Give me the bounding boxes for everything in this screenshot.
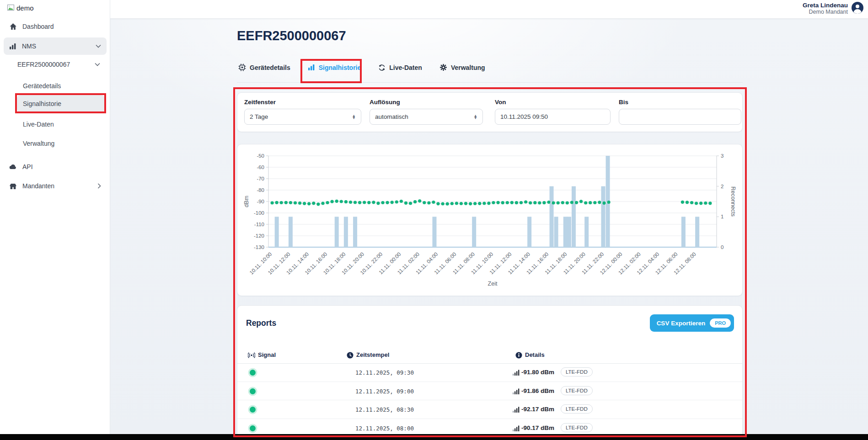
row-timestamp: 12.11.2025, 08:30 [355,406,414,413]
sidebar-item-verwaltung[interactable]: Verwaltung [17,135,105,152]
row-signal-strength: -91.80 dBm [521,369,554,376]
sidebar-item-label: Signalhistorie [23,100,61,107]
svg-text:3: 3 [721,153,723,159]
network-type-badge: LTE-FDD [561,423,593,432]
row-signal-strength: -90.17 dBm [521,424,554,431]
row-timestamp: 12.11.2025, 09:00 [355,388,414,395]
svg-text:-50: -50 [257,153,264,159]
row-timestamp: 12.11.2025, 09:30 [355,369,414,376]
tab-signalhistorie[interactable]: Signalhistorie [307,61,362,74]
column-header-zeitstempel: Zeitstempel [356,351,389,358]
aufloesung-field: Auflösung automatisch ▲▼ [370,99,483,125]
chevron-down-icon [96,44,101,48]
zeitfenster-select[interactable]: 2 Tage ▲▼ [244,109,361,125]
table-row[interactable]: 12.11.2025, 09:00 -91.86 dBm LTE-FDD [237,382,742,401]
sidebar-item-geraetedetails[interactable]: Gerätedetails [17,77,105,94]
cloud-icon [9,164,17,170]
row-timestamp: 12.11.2025, 08:00 [355,425,414,432]
chip-icon [238,64,246,71]
svg-text:-130: -130 [254,244,264,250]
status-ok-dot [250,425,256,431]
aufloesung-select[interactable]: automatisch ▲▼ [370,109,483,125]
von-input[interactable] [495,109,611,125]
sidebar-item-device[interactable]: EEFR2500000067 [11,56,107,73]
user-name: Greta Lindenau [803,2,848,9]
signal-bars-icon [513,425,520,431]
tab-geraetedetails[interactable]: Gerätedetails [237,61,291,74]
clock-icon [347,352,354,359]
logo-text: demo [16,4,34,12]
sidebar-item-api[interactable]: API [4,158,107,175]
user-tenant: Demo Mandant [803,9,848,16]
svg-text:Reconnects: Reconnects [730,186,736,217]
building-icon [9,183,17,190]
broken-image-icon [7,4,16,12]
sidebar-item-live-daten[interactable]: Live-Daten [17,116,105,133]
pro-badge: PRO [710,318,731,328]
network-type-badge: LTE-FDD [561,386,593,395]
bottom-bar [0,434,868,440]
column-header-details: Details [525,351,545,358]
csv-export-label: CSV Exportieren [657,320,706,327]
column-header-signal: Signal [258,351,276,358]
svg-text:0: 0 [721,244,723,250]
app-logo: demo [7,4,34,12]
sidebar: demo Dashboard NMS EEFR2500000067 Geräte… [0,0,110,440]
sidebar-item-nms[interactable]: NMS [4,37,107,55]
page-title: EEFR2500000067 [237,28,346,43]
svg-text:-90: -90 [257,199,264,204]
bis-field: Bis [619,99,741,125]
zeitfenster-label: Zeitfenster [244,99,361,106]
tab-bar: Gerätedetails Signalhistorie Live-Daten … [237,61,486,74]
von-label: Von [495,99,611,106]
sidebar-item-label: Gerätedetails [23,82,61,90]
sidebar-item-label: Mandanten [22,182,92,190]
signal-bars-icon [513,407,520,413]
topbar [110,0,868,19]
svg-text:1: 1 [721,214,723,219]
tab-live-daten[interactable]: Live-Daten [377,61,423,74]
bis-input[interactable] [619,109,741,125]
home-icon [9,23,17,30]
network-type-badge: LTE-FDD [561,367,593,376]
sidebar-item-label: NMS [22,42,90,50]
tab-verwaltung[interactable]: Verwaltung [439,61,486,74]
table-row[interactable]: 12.11.2025, 08:30 -92.17 dBm LTE-FDD [237,400,742,419]
sidebar-item-signalhistorie[interactable]: Signalhistorie [17,95,105,112]
svg-text:-120: -120 [254,233,264,239]
status-ok-dot [250,388,256,394]
info-icon [515,352,522,359]
aufloesung-label: Auflösung [370,99,483,106]
svg-text:-70: -70 [257,176,264,181]
select-arrows-icon: ▲▼ [474,115,477,119]
gear-icon [439,64,447,71]
user-info: Greta Lindenau Demo Mandant [803,2,848,16]
table-row[interactable]: 12.11.2025, 09:30 -91.80 dBm LTE-FDD [237,363,742,382]
row-signal-strength: -91.86 dBm [521,387,554,394]
sidebar-item-label: EEFR2500000067 [17,61,95,68]
network-type-badge: LTE-FDD [561,404,593,413]
zeitfenster-value: 2 Tage [250,113,268,120]
sidebar-item-label: Verwaltung [23,140,54,147]
tab-label: Live-Daten [389,64,422,71]
aufloesung-value: automatisch [375,113,408,120]
table-header: Signal Zeitstempel Details [237,348,742,363]
bis-label: Bis [619,99,741,106]
signal-icon [248,352,255,358]
sidebar-item-mandanten[interactable]: Mandanten [4,177,107,195]
sidebar-item-label: Dashboard [22,23,101,30]
chevron-right-icon [97,183,101,189]
sidebar-item-dashboard[interactable]: Dashboard [4,18,107,35]
user-avatar[interactable] [851,1,864,14]
csv-export-button[interactable]: CSV Exportieren PRO [650,314,734,332]
chart-card: -50-60-70-80-90-100-110-120-130321010.11… [237,144,743,296]
signal-bars-icon [513,370,520,376]
signal-history-chart: -50-60-70-80-90-100-110-120-130321010.11… [237,144,742,296]
von-field: Von [495,99,611,125]
tab-label: Gerätedetails [250,64,290,71]
svg-text:dBm: dBm [243,196,250,207]
svg-text:-100: -100 [254,210,264,216]
svg-text:-80: -80 [257,187,264,193]
chevron-down-icon [95,63,100,66]
status-ok-dot [250,407,256,413]
